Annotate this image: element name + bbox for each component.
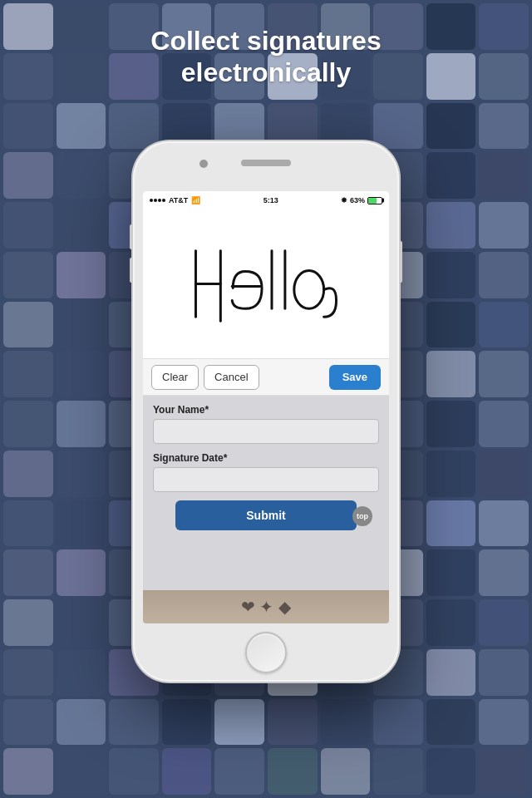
name-input[interactable]	[153, 419, 379, 444]
mosaic-tile	[426, 748, 476, 795]
header-line1: Collect signatures	[0, 25, 532, 57]
mosaic-tile	[479, 451, 529, 497]
mosaic-tile	[57, 401, 106, 447]
save-button[interactable]: Save	[329, 365, 381, 390]
home-button[interactable]	[245, 632, 287, 673]
mosaic-tile	[3, 202, 53, 249]
mosaic-tile	[57, 252, 106, 298]
front-camera	[200, 160, 208, 168]
mosaic-tile	[426, 451, 476, 497]
signal-dot-4	[162, 199, 165, 202]
wifi-icon: 📶	[191, 196, 200, 204]
phone-mockup: AT&T 📶 5:13 ✸ 63%	[133, 141, 399, 682]
signal-dot-1	[150, 199, 153, 202]
mosaic-tile	[373, 699, 423, 746]
mosaic-tile	[426, 649, 476, 696]
earpiece-speaker	[241, 160, 291, 166]
name-label: Your Name*	[153, 404, 379, 416]
battery-icon	[367, 197, 382, 204]
mosaic-tile	[3, 351, 53, 397]
date-label: Signature Date*	[153, 452, 379, 464]
mosaic-tile	[3, 549, 53, 596]
mosaic-tile	[426, 699, 476, 746]
mosaic-tile	[479, 351, 529, 397]
mosaic-tile	[426, 351, 476, 397]
mosaic-tile	[57, 202, 106, 249]
svg-point-0	[294, 271, 324, 309]
signature-drawing	[143, 209, 389, 358]
mosaic-tile	[109, 748, 159, 795]
mosaic-tile	[3, 252, 53, 298]
mosaic-tile	[479, 599, 529, 646]
mosaic-tile	[57, 351, 106, 397]
mosaic-tile	[426, 202, 476, 249]
mosaic-tile	[479, 549, 529, 596]
mosaic-tile	[479, 401, 529, 447]
status-left: AT&T 📶	[150, 196, 200, 204]
mosaic-tile	[479, 748, 529, 795]
mosaic-tile	[57, 599, 106, 646]
mosaic-tile	[214, 699, 264, 746]
mosaic-tile	[321, 699, 371, 746]
volume-up-button	[130, 224, 133, 249]
mosaic-tile	[57, 302, 106, 348]
phone-bottom	[245, 623, 287, 682]
top-badge: top	[352, 506, 372, 526]
mosaic-tile	[57, 748, 106, 795]
mosaic-tile	[479, 699, 529, 746]
mosaic-tile	[3, 649, 53, 696]
cancel-button[interactable]: Cancel	[204, 365, 259, 390]
submit-button[interactable]: Submit	[175, 500, 357, 530]
mosaic-tile	[162, 699, 212, 746]
mosaic-tile	[57, 152, 106, 199]
signal-bars	[150, 199, 165, 202]
mosaic-tile	[3, 748, 53, 795]
signal-dot-2	[154, 199, 157, 202]
status-time: 5:13	[264, 196, 278, 204]
volume-down-button	[130, 258, 133, 283]
clear-button[interactable]: Clear	[151, 365, 199, 390]
mosaic-tile	[214, 748, 264, 795]
mosaic-tile	[426, 599, 476, 646]
mosaic-tile	[426, 549, 476, 596]
mosaic-tile	[57, 699, 106, 746]
signature-pad[interactable]	[143, 209, 389, 359]
bluetooth-icon: ✸	[341, 196, 347, 204]
mosaic-tile	[426, 252, 476, 298]
header-line2: electronically	[0, 57, 532, 88]
mosaic-tile	[57, 500, 106, 547]
mosaic-tile	[426, 500, 476, 547]
mosaic-tile	[479, 152, 529, 199]
mosaic-tile	[268, 748, 318, 795]
mosaic-tile	[57, 549, 106, 596]
strip-pattern: ❤ ✦ ◆	[241, 597, 291, 617]
mosaic-tile	[3, 451, 53, 497]
mosaic-tile	[426, 103, 476, 150]
phone-screen: AT&T 📶 5:13 ✸ 63%	[143, 191, 389, 623]
mosaic-tile	[268, 699, 318, 746]
battery-fill	[368, 198, 377, 204]
bottom-strip: ❤ ✦ ◆	[143, 590, 389, 623]
signal-dot-3	[158, 199, 161, 202]
carrier-label: AT&T	[169, 196, 188, 204]
phone-top-bar	[133, 141, 399, 191]
mosaic-tile	[479, 103, 529, 150]
header-text: Collect signatures electronically	[0, 25, 532, 89]
mosaic-tile	[479, 252, 529, 298]
status-right: ✸ 63%	[341, 196, 382, 204]
status-bar: AT&T 📶 5:13 ✸ 63%	[143, 191, 389, 209]
date-input[interactable]	[153, 467, 379, 492]
signature-button-row: Clear Cancel Save	[143, 359, 389, 396]
mosaic-tile	[3, 152, 53, 199]
mosaic-tile	[479, 302, 529, 348]
mosaic-tile	[3, 699, 53, 746]
mosaic-tile	[479, 500, 529, 547]
mosaic-tile	[426, 401, 476, 447]
mosaic-tile	[162, 748, 212, 795]
mosaic-tile	[57, 649, 106, 696]
mosaic-tile	[3, 401, 53, 447]
mosaic-tile	[321, 748, 371, 795]
mosaic-tile	[479, 202, 529, 249]
mosaic-tile	[3, 302, 53, 348]
battery-pct: 63%	[350, 196, 365, 204]
